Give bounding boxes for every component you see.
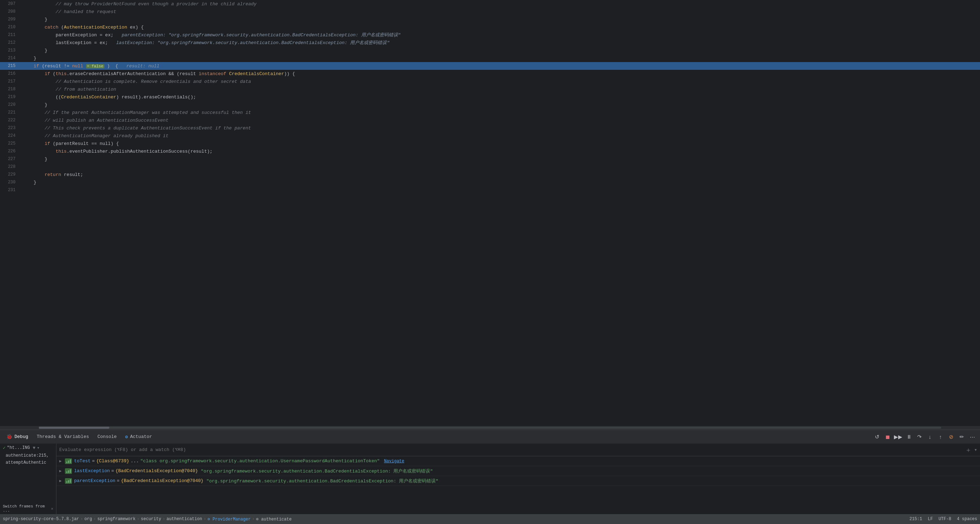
code-line-231[interactable]: 231 <box>0 186 980 194</box>
var-extra-0: ... <box>130 459 138 464</box>
thread-filter-bar: ✓ "ht...ING ▼ ▾ <box>0 444 56 452</box>
code-line-212[interactable]: 212 lastException = ex; lastException: "… <box>0 39 980 46</box>
dropdown-icon[interactable]: ▾ <box>37 445 40 451</box>
line-content: } <box>21 48 980 53</box>
tab-console[interactable]: Console <box>94 433 120 441</box>
code-line-210[interactable]: 210 catch (AuthenticationException ex) { <box>0 23 980 31</box>
navigate-link-0[interactable]: Navigate <box>384 459 404 464</box>
var-type-1: {BadCredentialsException@7040} <box>115 468 198 473</box>
frame-authenticate[interactable]: authenticate:215, <box>0 452 56 459</box>
debug-icon: 🐞 <box>6 434 12 440</box>
line-content: lastException = ex; lastException: "org.… <box>21 40 980 46</box>
tab-threads-variables[interactable]: Threads & Variables <box>33 433 92 441</box>
line-number: 226 <box>0 149 21 154</box>
horizontal-scrollbar[interactable] <box>0 426 980 429</box>
code-line-211[interactable]: 211 parentException = ex; parentExceptio… <box>0 31 980 39</box>
frame-authenticate-label: authenticate:215, <box>6 453 49 458</box>
evaluate-input[interactable] <box>59 447 963 453</box>
switch-frames-button[interactable]: Switch frames from ... ✕ <box>0 503 56 514</box>
variable-list: ▶ toTest = {Class@6739} ... "class org.s… <box>56 456 980 514</box>
line-content: } <box>21 180 980 185</box>
line-number: 209 <box>0 17 21 22</box>
mute-breakpoints-button[interactable]: ⊘ <box>946 432 956 442</box>
eval-dropdown-button[interactable]: ▾ <box>974 447 977 453</box>
code-line-214[interactable]: 214 } <box>0 54 980 62</box>
indent: 4 spaces <box>957 517 977 522</box>
breadcrumb[interactable]: spring-security-core-5.7.8.jar › org › s… <box>3 517 292 522</box>
code-line-215[interactable]: 215 if (result != null = false ) { resul… <box>0 62 980 70</box>
close-frames-icon[interactable]: ✕ <box>51 507 53 511</box>
code-line-219[interactable]: 219 ((CredentialsContainer) result).eras… <box>0 93 980 101</box>
code-scroll[interactable]: 207 // may throw ProviderNotFound even t… <box>0 0 980 426</box>
code-line-209[interactable]: 209 } <box>0 16 980 23</box>
line-content: // If the parent AuthenticationManager w… <box>21 110 980 115</box>
code-line-226[interactable]: 226 this.eventPublisher.publishAuthentic… <box>0 148 980 155</box>
line-content: } <box>21 157 980 162</box>
resume-button[interactable]: ▶▶ <box>893 432 903 442</box>
tab-actuator[interactable]: ⚙ Actuator <box>122 433 156 441</box>
code-line-207[interactable]: 207 // may throw ProviderNotFound even t… <box>0 0 980 8</box>
line-number: 220 <box>0 102 21 107</box>
line-number: 208 <box>0 9 21 14</box>
code-line-216[interactable]: 216 if (this.eraseCredentialsAfterAuthen… <box>0 70 980 78</box>
code-line-224[interactable]: 224 // AuthenticationManager already pub… <box>0 132 980 140</box>
code-line-217[interactable]: 217 // Authentication is complete. Remov… <box>0 78 980 85</box>
code-line-230[interactable]: 230 } <box>0 178 980 186</box>
variable-row-1[interactable]: ▶ lastException = {BadCredentialsExcepti… <box>56 466 980 476</box>
breadcrumb-area: spring-security-core-5.7.8.jar › org › s… <box>3 517 904 522</box>
code-line-221[interactable]: 221 // If the parent AuthenticationManag… <box>0 109 980 116</box>
code-line-223[interactable]: 223 // This check prevents a duplicate A… <box>0 124 980 132</box>
code-line-228[interactable]: 228 <box>0 163 980 171</box>
line-number: 216 <box>0 71 21 76</box>
code-line-227[interactable]: 227 } <box>0 155 980 163</box>
breadcrumb-authentication: authentication <box>167 517 202 522</box>
expand-icon: ▶ <box>59 478 65 483</box>
encoding: UTF-8 <box>939 517 951 522</box>
code-line-213[interactable]: 213 } <box>0 46 980 54</box>
line-number: 221 <box>0 110 21 115</box>
stepover-button[interactable]: ↷ <box>915 432 924 442</box>
more-button[interactable]: ⋯ <box>967 432 977 442</box>
stop-button[interactable]: ◼ <box>883 432 892 442</box>
rerun-button[interactable]: ↺ <box>872 432 882 442</box>
code-line-220[interactable]: 220 } <box>0 101 980 109</box>
line-number: 224 <box>0 133 21 138</box>
var-type-icon <box>65 478 72 484</box>
line-content: if (this.eraseCredentialsAfterAuthentica… <box>21 71 980 76</box>
line-content: parentException = ex; parentException: "… <box>21 32 980 38</box>
filter-icon[interactable]: ▼ <box>33 445 36 451</box>
var-name-1: lastException <box>74 468 110 473</box>
line-number: 230 <box>0 180 21 185</box>
breadcrumb-authenticate: ⊙ authenticate <box>256 517 292 522</box>
pause-button[interactable]: ⏸ <box>904 432 914 442</box>
code-line-229[interactable]: 229 return result; <box>0 171 980 178</box>
code-line-208[interactable]: 208 // handled the request <box>0 8 980 16</box>
breadcrumb-org: org <box>84 517 92 522</box>
line-content: // may throw ProviderNotFound even thoug… <box>21 2 980 7</box>
status-bar: spring-security-core-5.7.8.jar › org › s… <box>0 514 980 524</box>
bottom-panel: ✓ "ht...ING ▼ ▾ authenticate:215, attemp… <box>0 444 980 514</box>
breadcrumb-security: security <box>141 517 161 522</box>
var-eq-1: = <box>111 468 114 473</box>
code-line-225[interactable]: 225 if (parentResult == null) { <box>0 140 980 148</box>
line-number: 213 <box>0 48 21 53</box>
stepinto-button[interactable]: ↓ <box>925 432 935 442</box>
tab-debug[interactable]: 🐞 Debug <box>3 432 32 441</box>
var-eq-2: = <box>117 478 119 483</box>
line-content: } <box>21 17 980 22</box>
add-watch-button[interactable]: ＋ <box>965 446 972 454</box>
line-number: 207 <box>0 2 21 6</box>
line-number: 219 <box>0 95 21 100</box>
line-content: // AuthenticationManager already publish… <box>21 133 980 138</box>
variable-row-2[interactable]: ▶ parentException = {BadCredentialsExcep… <box>56 476 980 486</box>
variable-row-0[interactable]: ▶ toTest = {Class@6739} ... "class org.s… <box>56 456 980 466</box>
code-line-218[interactable]: 218 // from authentication <box>0 85 980 93</box>
frame-attempt[interactable]: attemptAuthentic <box>0 459 56 466</box>
edit-breakpoints-button[interactable]: ✏ <box>957 432 967 442</box>
line-content: // Authentication is complete. Remove cr… <box>21 79 980 84</box>
var-type-icon <box>65 459 72 464</box>
var-eq-0: = <box>92 459 95 464</box>
stepout-button[interactable]: ↑ <box>935 432 945 442</box>
code-line-222[interactable]: 222 // will publish an AuthenticationSuc… <box>0 116 980 124</box>
line-number: 227 <box>0 157 21 162</box>
